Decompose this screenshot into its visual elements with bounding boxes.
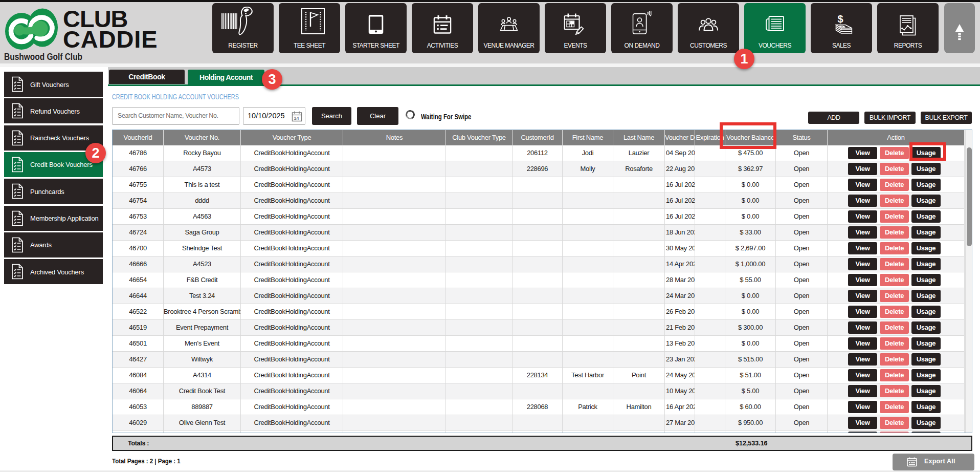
svg-text:14: 14 [294, 116, 299, 121]
svg-text:$: $ [838, 14, 843, 25]
